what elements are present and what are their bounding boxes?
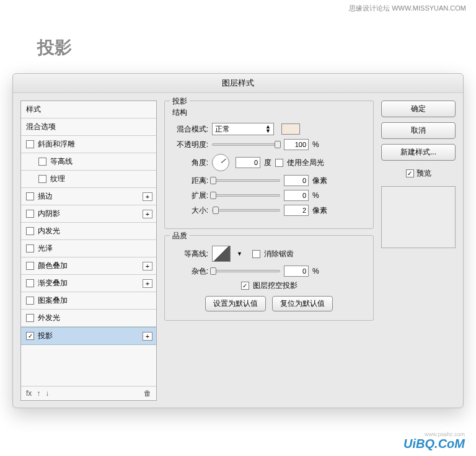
down-arrow-icon[interactable]: ↓: [45, 389, 49, 398]
effect-row-4[interactable]: 内阴影+: [21, 205, 156, 223]
spread-input[interactable]: [284, 190, 309, 201]
effect-label: 投影: [38, 331, 53, 341]
effect-label: 图案叠加: [38, 295, 68, 306]
distance-unit: 像素: [312, 176, 327, 186]
effect-row-7[interactable]: 颜色叠加+: [21, 257, 156, 275]
global-light-checkbox[interactable]: [275, 159, 283, 167]
settings-panel: 投影 结构 混合模式: 正常 ▲▼ 不透明度: %: [164, 101, 374, 401]
effect-label: 外发光: [38, 313, 60, 323]
effect-checkbox[interactable]: [26, 210, 34, 218]
effect-row-0[interactable]: 斜面和浮雕: [21, 136, 156, 153]
quality-title: 品质: [170, 231, 190, 241]
effects-header-styles[interactable]: 样式: [21, 101, 156, 118]
add-effect-icon[interactable]: +: [143, 279, 152, 288]
effect-checkbox[interactable]: [26, 314, 34, 322]
effect-row-1[interactable]: 等高线: [21, 153, 156, 171]
spread-slider[interactable]: [212, 194, 280, 197]
angle-input[interactable]: [236, 157, 260, 168]
effect-label: 光泽: [38, 243, 53, 254]
page-title: 投影: [37, 36, 72, 60]
quality-fieldset: 品质 等高线: ▼ 消除锯齿 杂色: % ✓ 图层挖空投影: [164, 235, 374, 321]
layer-style-dialog: 图层样式 样式 混合选项 斜面和浮雕等高线纹理描边+内阴影+内发光光泽颜色叠加+…: [12, 73, 464, 408]
effects-header-blend[interactable]: 混合选项: [21, 118, 156, 136]
opacity-unit: %: [312, 140, 319, 149]
size-input[interactable]: [284, 205, 309, 216]
preview-checkbox[interactable]: ✓: [406, 169, 414, 177]
effect-label: 内阴影: [38, 208, 60, 219]
section-title: 投影: [170, 96, 190, 107]
color-swatch[interactable]: [281, 123, 300, 135]
effect-checkbox[interactable]: [38, 158, 46, 166]
size-label: 大小:: [172, 205, 208, 216]
effect-row-5[interactable]: 内发光: [21, 223, 156, 240]
knockout-checkbox[interactable]: ✓: [241, 282, 249, 290]
cancel-button[interactable]: 取消: [381, 122, 456, 139]
effect-row-6[interactable]: 光泽: [21, 240, 156, 257]
distance-slider[interactable]: [212, 179, 280, 182]
angle-label: 角度:: [172, 158, 208, 168]
effect-checkbox[interactable]: [26, 192, 34, 200]
structure-subtitle: 结构: [172, 107, 366, 118]
size-slider[interactable]: [212, 209, 280, 212]
blend-mode-dropdown[interactable]: 正常 ▲▼: [212, 123, 274, 135]
effects-list: 样式 混合选项 斜面和浮雕等高线纹理描边+内阴影+内发光光泽颜色叠加+渐变叠加+…: [20, 101, 157, 401]
noise-unit: %: [312, 267, 319, 275]
effect-row-9[interactable]: 图案叠加: [21, 292, 156, 310]
opacity-input[interactable]: [284, 139, 309, 150]
contour-picker[interactable]: [212, 246, 231, 262]
opacity-slider[interactable]: [212, 143, 280, 146]
knockout-label: 图层挖空投影: [253, 280, 298, 291]
size-unit: 像素: [312, 205, 327, 216]
effect-checkbox[interactable]: [26, 244, 34, 253]
ok-button[interactable]: 确定: [381, 101, 456, 117]
effect-row-3[interactable]: 描边+: [21, 188, 156, 205]
make-default-button[interactable]: 设置为默认值: [205, 296, 266, 311]
spread-label: 扩展:: [172, 190, 208, 201]
top-watermark: 思缘设计论坛 WWW.MISSYUAN.COM: [349, 4, 466, 13]
antialias-label: 消除锯齿: [264, 249, 294, 259]
noise-label: 杂色:: [172, 266, 208, 277]
preview-label: 预览: [416, 168, 431, 179]
trash-icon[interactable]: 🗑: [144, 389, 151, 398]
contour-dropdown-icon[interactable]: ▼: [237, 251, 242, 257]
bottom-watermark: UiBQ.CoM: [403, 437, 465, 451]
effect-label: 斜面和浮雕: [38, 139, 75, 150]
effect-checkbox[interactable]: [38, 175, 46, 183]
distance-input[interactable]: [284, 175, 309, 186]
dialog-title: 图层样式: [13, 74, 463, 93]
effect-checkbox[interactable]: [26, 297, 34, 305]
effect-label: 描边: [38, 191, 53, 202]
fx-label: fx: [26, 389, 32, 398]
effect-row-8[interactable]: 渐变叠加+: [21, 275, 156, 292]
add-effect-icon[interactable]: +: [143, 332, 152, 341]
add-effect-icon[interactable]: +: [143, 262, 152, 270]
effect-checkbox[interactable]: [26, 262, 34, 270]
preview-box: [381, 186, 456, 248]
angle-unit: 度: [264, 158, 271, 168]
effects-footer: fx ↑ ↓ 🗑: [21, 386, 156, 400]
global-light-label: 使用全局光: [287, 158, 324, 168]
angle-dial[interactable]: [212, 154, 229, 171]
effect-row-2[interactable]: 纹理: [21, 171, 156, 188]
effect-checkbox[interactable]: ✓: [26, 332, 34, 340]
spread-unit: %: [312, 191, 319, 200]
effect-row-10[interactable]: 外发光: [21, 310, 156, 327]
new-style-button[interactable]: 新建样式...: [381, 144, 456, 161]
antialias-checkbox[interactable]: [252, 250, 260, 258]
blend-mode-label: 混合模式:: [172, 124, 208, 135]
effect-checkbox[interactable]: [26, 279, 34, 287]
blend-mode-value: 正常: [215, 124, 230, 135]
effect-label: 纹理: [50, 174, 65, 184]
reset-default-button[interactable]: 复位为默认值: [272, 296, 333, 311]
effect-row-11[interactable]: ✓投影+: [21, 327, 156, 345]
right-column: 确定 取消 新建样式... ✓ 预览: [381, 101, 456, 401]
effect-checkbox[interactable]: [26, 140, 34, 148]
structure-fieldset: 投影 结构 混合模式: 正常 ▲▼ 不透明度: %: [164, 101, 374, 229]
effect-checkbox[interactable]: [26, 227, 34, 235]
add-effect-icon[interactable]: +: [143, 192, 152, 201]
dialog-body: 样式 混合选项 斜面和浮雕等高线纹理描边+内阴影+内发光光泽颜色叠加+渐变叠加+…: [13, 93, 463, 408]
up-arrow-icon[interactable]: ↑: [37, 389, 40, 398]
noise-input[interactable]: [284, 266, 309, 277]
noise-slider[interactable]: [212, 270, 280, 272]
add-effect-icon[interactable]: +: [143, 210, 152, 218]
